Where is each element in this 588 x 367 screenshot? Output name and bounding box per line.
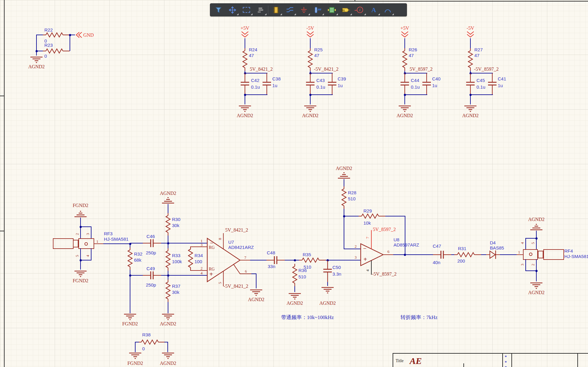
r30-resistor[interactable] (165, 213, 171, 236)
component-lead[interactable] (496, 254, 500, 255)
wire[interactable] (328, 260, 361, 260)
c40-value[interactable]: 1u (432, 83, 437, 88)
r32-designator[interactable]: R32 (134, 251, 143, 257)
r29-value[interactable]: 10k (363, 220, 371, 226)
wire[interactable] (310, 94, 333, 95)
agnd2-label[interactable]: AGND2 (309, 301, 346, 306)
wire[interactable] (130, 243, 143, 243)
rf3-connector-barrel[interactable] (53, 238, 74, 249)
wire[interactable] (80, 218, 81, 227)
net-label[interactable]: 5V_8597_2 (410, 66, 433, 72)
wire[interactable] (103, 243, 130, 244)
wire[interactable] (344, 216, 359, 216)
rf4-connector-neck[interactable] (538, 251, 543, 258)
net-label[interactable]: -5V_8597_2 (474, 66, 499, 72)
wire[interactable] (344, 249, 361, 249)
r35-value[interactable]: 510 (304, 264, 311, 270)
agnd2-label[interactable]: AGND2 (18, 64, 55, 70)
c47-value[interactable]: 40n (433, 260, 440, 265)
sheet-title[interactable]: AE (410, 356, 422, 366)
wire[interactable] (405, 216, 405, 255)
r27-resistor[interactable] (467, 48, 474, 71)
agnd2-label[interactable]: AGND2 (326, 166, 362, 171)
power-port-icon[interactable] (401, 31, 409, 38)
c39-value[interactable]: 1u (338, 83, 343, 88)
wire[interactable] (393, 254, 433, 255)
rf4-part[interactable]: HJ-SMA581 (564, 254, 588, 259)
power-port-label[interactable]: -5V (452, 25, 489, 31)
r33-resistor[interactable] (165, 248, 171, 271)
u8-designator[interactable]: U8 (394, 237, 399, 242)
c38-capacitor[interactable] (263, 73, 271, 95)
r31-resistor[interactable] (454, 251, 481, 258)
agnd2-label[interactable]: AGND2 (227, 113, 263, 118)
wire[interactable] (536, 271, 537, 281)
r32-resistor[interactable] (127, 247, 133, 270)
wire[interactable] (168, 236, 168, 243)
ground-symbol[interactable] (530, 223, 543, 231)
wire[interactable] (168, 302, 168, 313)
u7-designator[interactable]: U7 (228, 240, 234, 245)
r38-designator[interactable]: R38 (142, 332, 151, 337)
agnd2-label[interactable]: AGND2 (238, 297, 274, 302)
c41-designator[interactable]: C41 (498, 76, 506, 81)
wire[interactable] (327, 282, 328, 286)
c43-value[interactable]: 0.1u (316, 84, 325, 90)
align-icon[interactable] (253, 4, 267, 16)
c50-capacitor[interactable] (323, 260, 332, 282)
r24-resistor[interactable] (242, 48, 248, 71)
r25-resistor[interactable] (307, 48, 314, 71)
r28-designator[interactable]: R28 (348, 190, 356, 195)
c50-designator[interactable]: C50 (332, 265, 341, 270)
c42-value[interactable]: 0.1u (251, 84, 260, 90)
wire[interactable] (470, 95, 471, 104)
r28-resistor[interactable] (341, 186, 347, 209)
r26-resistor[interactable] (401, 48, 408, 71)
agnd2-label[interactable]: AGND2 (150, 361, 186, 366)
wire[interactable] (470, 94, 493, 95)
u8-part[interactable]: AD8597ARZ (394, 242, 419, 247)
r34-resistor[interactable] (187, 246, 194, 271)
wire[interactable] (80, 248, 81, 260)
ground-symbol[interactable] (464, 105, 477, 112)
wire[interactable] (525, 259, 526, 271)
wire[interactable] (91, 227, 91, 238)
c47-designator[interactable]: C47 (433, 243, 441, 249)
wire[interactable] (481, 254, 486, 255)
r24-value[interactable]: 47 (249, 53, 254, 58)
wire[interactable] (80, 260, 81, 270)
c48-capacitor[interactable] (266, 256, 285, 264)
c40-designator[interactable]: C40 (432, 76, 441, 81)
c39-capacitor[interactable] (328, 73, 336, 95)
rf3-designator[interactable]: RF3 (104, 231, 112, 236)
wire[interactable] (310, 95, 311, 104)
schematic-canvas[interactable]: D1 i A R22 0 R23 0 GND AGND2 +5V R24 47 … (0, 0, 588, 367)
r27-designator[interactable]: R27 (474, 47, 483, 52)
wire[interactable] (167, 342, 168, 352)
wire[interactable] (168, 204, 168, 213)
fgnd2-label[interactable]: FGND2 (112, 321, 148, 327)
power-port-icon[interactable] (466, 31, 474, 38)
c42-capacitor[interactable] (241, 73, 249, 95)
place-power-port-icon[interactable] (297, 4, 311, 16)
ground-symbol[interactable] (123, 313, 137, 321)
wire[interactable] (536, 238, 537, 249)
fgnd2-label[interactable]: FGND2 (117, 361, 153, 366)
r33-designator[interactable]: R33 (172, 253, 181, 258)
r25-value[interactable]: 47 (314, 53, 319, 58)
r34-value[interactable]: 100 (194, 259, 202, 264)
component-lead[interactable] (383, 254, 393, 255)
c44-value[interactable]: 0.1u (411, 84, 420, 90)
corner-frequency-note[interactable]: 转折频率：7kHz (401, 314, 438, 321)
wire[interactable] (525, 238, 526, 249)
c43-capacitor[interactable] (306, 73, 315, 95)
move-icon[interactable] (225, 4, 239, 16)
r31-value[interactable]: 200 (457, 258, 465, 263)
c47-capacitor[interactable] (433, 250, 451, 259)
r22-resistor[interactable] (43, 32, 70, 38)
ground-symbol[interactable] (288, 293, 301, 300)
d4-designator[interactable]: D4 (490, 240, 496, 245)
place-no-erc-icon[interactable]: i (353, 4, 367, 16)
agnd2-label[interactable]: AGND2 (277, 301, 313, 306)
r31-designator[interactable]: R31 (458, 246, 466, 251)
